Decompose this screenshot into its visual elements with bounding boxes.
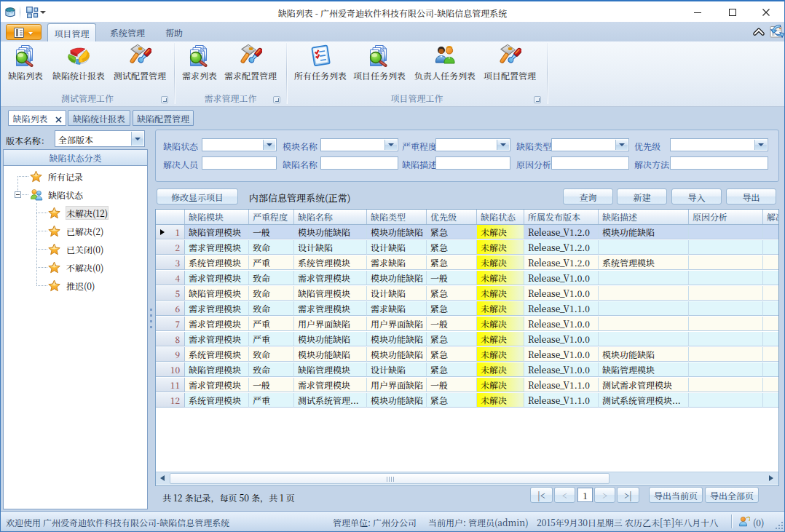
grid-cell[interactable]: 未解决	[477, 301, 524, 316]
filter-input[interactable]	[670, 156, 768, 170]
grid-cell[interactable]: 测试需求管理模块	[599, 378, 689, 392]
grid-cell[interactable]: 未解决	[477, 317, 524, 331]
grid-cell[interactable]: 模块功能缺陷	[599, 347, 689, 362]
version-combobox[interactable]: 全部版本	[55, 130, 145, 147]
tree-item[interactable]: 未解决(12)	[4, 204, 147, 222]
row-indicator-cell[interactable]: 12	[156, 393, 185, 408]
grid-cell[interactable]	[689, 362, 763, 377]
filter-combobox[interactable]	[551, 138, 629, 151]
grid-cell[interactable]: 未解决	[477, 255, 524, 270]
pager-button[interactable]: >|	[617, 487, 639, 503]
grid-cell[interactable]: 测试系统管理模块...	[599, 393, 689, 408]
grid-cell[interactable]: 紧急	[427, 225, 477, 239]
grid-cell[interactable]	[689, 332, 763, 346]
grid-cell[interactable]	[763, 286, 779, 301]
row-indicator-cell[interactable]: 2	[156, 240, 185, 255]
ribbon-button[interactable]: 负责人任务列表	[414, 44, 476, 95]
grid-cell[interactable]	[599, 317, 689, 331]
grid-cell[interactable]: Release_V1.1.0	[524, 378, 599, 392]
grid-cell[interactable]	[689, 271, 763, 285]
grid-cell[interactable]: 紧急	[427, 393, 477, 408]
grid-header-cell[interactable]: 解决方法	[763, 210, 779, 224]
grid-cell[interactable]	[689, 378, 763, 392]
dialog-launcher-icon[interactable]	[273, 96, 280, 103]
grid-cell[interactable]: 未解决	[477, 393, 524, 408]
ribbon-button[interactable]: 需求配置管理	[219, 44, 282, 95]
grid-cell[interactable]: Release_V1.1.0	[524, 301, 599, 316]
pager-button[interactable]: 导出全部页	[705, 487, 759, 503]
grid-cell[interactable]: 模块功能缺陷	[294, 347, 367, 362]
grid-cell[interactable]: 模块功能缺陷	[367, 347, 427, 362]
grid-cell[interactable]: 用户界面缺陷	[367, 317, 427, 331]
grid-cell[interactable]: 需求管理模块	[185, 271, 249, 285]
document-tab-3[interactable]: 缺陷配置管理	[133, 110, 194, 126]
grid-header-cell[interactable]: 优先级	[427, 210, 477, 224]
grid-cell[interactable]: 致命	[249, 286, 294, 301]
ribbon-tab-1[interactable]: 项目管理	[47, 23, 96, 41]
grid-cell[interactable]: 紧急	[427, 362, 477, 377]
ribbon-button[interactable]: 测试配置管理	[109, 44, 171, 95]
ribbon-button[interactable]: 项目配置管理	[478, 44, 541, 95]
grid-cell[interactable]: 模块功能缺陷	[367, 393, 427, 408]
grid-cell[interactable]: 系统管理模块	[185, 393, 249, 408]
grid-cell[interactable]	[599, 286, 689, 301]
grid-cell[interactable]	[689, 301, 763, 316]
grid-row[interactable]: 9系统管理模块致命模块功能缺陷模块功能缺陷紧急未解决Release_V1.0.0…	[156, 347, 779, 362]
dialog-launcher-icon[interactable]	[161, 96, 168, 103]
grid-cell[interactable]: 需求管理模块	[294, 271, 367, 285]
grid-cell[interactable]: 模块功能缺陷	[294, 332, 367, 346]
action-button[interactable]: 导出	[726, 188, 776, 205]
action-button[interactable]: 新建	[617, 188, 667, 205]
tree-item[interactable]: 推迟(0)	[4, 277, 147, 295]
grid-cell[interactable]: Release_V1.2.0	[524, 225, 599, 239]
grid-cell[interactable]	[763, 332, 779, 346]
panel-splitter[interactable]	[150, 309, 152, 332]
grid-cell[interactable]: 用户界面缺陷	[367, 378, 427, 392]
filter-input[interactable]	[435, 156, 510, 170]
grid-row[interactable]: 12系统管理模块严重测试系统管理...模块功能缺陷紧急未解决Release_V1…	[156, 393, 779, 408]
grid-cell[interactable]: 一般	[427, 317, 477, 331]
grid-cell[interactable]: 严重	[249, 317, 294, 331]
pager-button[interactable]: <	[554, 487, 575, 503]
grid-cell[interactable]	[763, 393, 779, 408]
grid-cell[interactable]: 设计缺陷	[367, 286, 427, 301]
grid-cell[interactable]	[689, 240, 763, 255]
grid-cell[interactable]	[763, 240, 779, 255]
filter-input[interactable]	[202, 156, 277, 170]
page-number-input[interactable]: 1	[577, 488, 593, 502]
grid-cell[interactable]: Release_V1.2.0	[524, 240, 599, 255]
ribbon-button[interactable]: 所有任务列表	[289, 44, 352, 95]
grid-cell[interactable]: 缺陷管理模块	[294, 362, 367, 377]
grid-cell[interactable]: 未解决	[477, 240, 524, 255]
grid-cell[interactable]: 模块功能缺陷	[294, 225, 367, 239]
pager-button[interactable]: 导出当前页	[649, 487, 703, 503]
grid-cell[interactable]	[689, 255, 763, 270]
collapse-ribbon-icon[interactable]	[752, 26, 765, 36]
grid-row[interactable]: 11需求管理模块一般需求管理模块用户界面缺陷一般未解决Release_V1.1.…	[156, 378, 779, 393]
grid-cell[interactable]: 设计缺陷	[294, 240, 367, 255]
dropdown-arrow-icon[interactable]	[263, 140, 275, 150]
grid-cell[interactable]	[763, 225, 779, 239]
grid-cell[interactable]: 需求缺陷	[367, 255, 427, 270]
grid-cell[interactable]	[689, 317, 763, 331]
grid-cell[interactable]: Release_V1.0.0	[524, 347, 599, 362]
grid-cell[interactable]: 紧急	[427, 255, 477, 270]
grid-cell[interactable]: 一般	[249, 225, 294, 239]
grid-row[interactable]: 4需求管理模块致命需求管理模块模块功能缺陷一般未解决Release_V1.0.0	[156, 271, 779, 286]
grid-header-cell[interactable]: 严重程度	[249, 210, 294, 224]
grid-cell[interactable]: 紧急	[427, 286, 477, 301]
grid-cell[interactable]: 模块功能缺陷	[367, 332, 427, 346]
grid-cell[interactable]: 需求管理模块	[185, 378, 249, 392]
grid-cell[interactable]	[599, 332, 689, 346]
grid-cell[interactable]: 未解决	[477, 378, 524, 392]
row-indicator-cell[interactable]: 10	[156, 362, 185, 377]
grid-cell[interactable]	[763, 301, 779, 316]
grid-cell[interactable]: 系统管理模块	[185, 347, 249, 362]
action-button[interactable]: 导入	[671, 188, 722, 205]
row-indicator-cell[interactable]: 4	[156, 271, 185, 285]
grid-cell[interactable]: 设计缺陷	[367, 240, 427, 255]
tab-close-icon[interactable]	[55, 111, 62, 127]
grid-cell[interactable]: 需求管理模块	[185, 240, 249, 255]
grid-header-cell[interactable]: 缺陷描述	[599, 210, 689, 224]
grid-cell[interactable]: 设计缺陷	[367, 362, 427, 377]
